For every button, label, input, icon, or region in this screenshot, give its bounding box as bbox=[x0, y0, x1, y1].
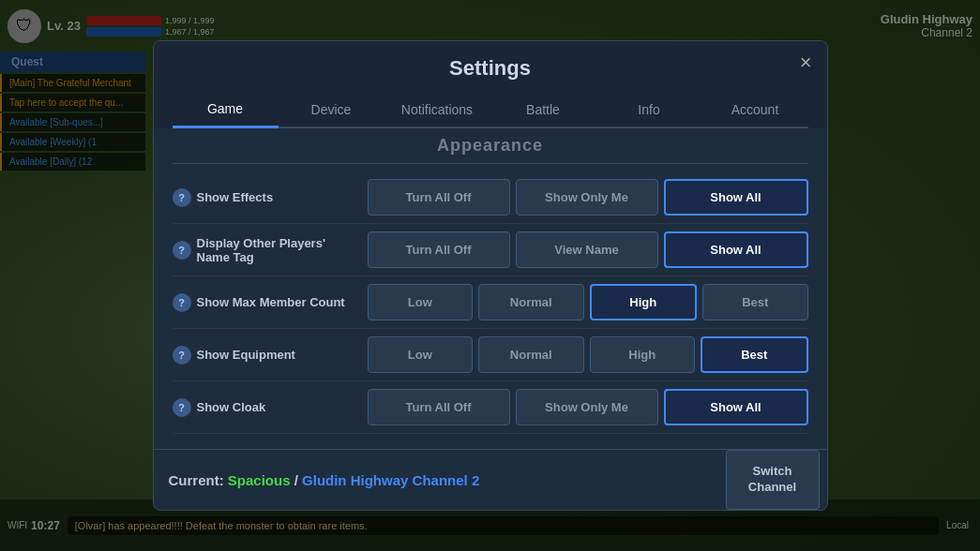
setting-label-nametag: Display Other Players' Name Tag bbox=[197, 236, 360, 264]
close-button[interactable]: × bbox=[800, 52, 812, 73]
nametag-show-all[interactable]: Show All bbox=[664, 231, 808, 268]
info-icon-cloak[interactable]: ? bbox=[173, 398, 191, 417]
effects-show-all[interactable]: Show All bbox=[664, 179, 808, 216]
equipment-best[interactable]: Best bbox=[701, 336, 808, 373]
current-spacious: Spacious bbox=[228, 472, 291, 488]
nametag-turn-all-off[interactable]: Turn All Off bbox=[368, 231, 510, 268]
setting-row-name-tag: ? Display Other Players' Name Tag Turn A… bbox=[173, 224, 808, 276]
member-normal[interactable]: Normal bbox=[478, 284, 584, 320]
tabs-row: Game Device Notifications Battle Info Ac… bbox=[173, 92, 808, 128]
setting-label-equipment: Show Equipment bbox=[197, 348, 295, 362]
member-high[interactable]: High bbox=[590, 284, 698, 320]
effects-turn-all-off[interactable]: Turn All Off bbox=[368, 179, 510, 216]
info-icon-effects[interactable]: ? bbox=[173, 188, 191, 207]
tab-game[interactable]: Game bbox=[173, 92, 279, 128]
setting-label-area-equipment: ? Show Equipment bbox=[173, 346, 360, 365]
setting-label-area-member: ? Show Max Member Count bbox=[173, 293, 360, 312]
modal-content: Appearance ? Show Effects Turn All Off S… bbox=[154, 128, 827, 449]
btn-group-cloak: Turn All Off Show Only Me Show All bbox=[368, 389, 808, 425]
member-best[interactable]: Best bbox=[702, 284, 808, 320]
current-highway: Gludin Highway Channel 2 bbox=[302, 472, 479, 488]
tab-account[interactable]: Account bbox=[702, 92, 808, 127]
setting-label-effects: Show Effects bbox=[197, 190, 274, 204]
bottom-row: Current: Spacious / Gludin Highway Chann… bbox=[154, 449, 827, 510]
btn-group-member: Low Normal High Best bbox=[368, 284, 808, 320]
btn-group-equipment: Low Normal High Best bbox=[368, 336, 808, 373]
nametag-view-name[interactable]: View Name bbox=[516, 231, 658, 268]
setting-label-member: Show Max Member Count bbox=[197, 295, 345, 309]
cloak-show-only-me[interactable]: Show Only Me bbox=[516, 389, 658, 425]
setting-label-area-nametag: ? Display Other Players' Name Tag bbox=[173, 236, 360, 264]
setting-row-show-effects: ? Show Effects Turn All Off Show Only Me… bbox=[173, 171, 808, 224]
section-title-row: Appearance bbox=[173, 128, 808, 164]
effects-show-only-me[interactable]: Show Only Me bbox=[516, 179, 658, 216]
cloak-turn-all-off[interactable]: Turn All Off bbox=[368, 389, 510, 425]
info-icon-equipment[interactable]: ? bbox=[173, 346, 191, 365]
setting-label-area-cloak: ? Show Cloak bbox=[173, 398, 360, 417]
current-location: Current: Spacious / Gludin Highway Chann… bbox=[154, 461, 726, 499]
info-icon-member[interactable]: ? bbox=[173, 293, 191, 312]
equipment-high[interactable]: High bbox=[590, 336, 696, 373]
switch-channel-button[interactable]: SwitchChannel bbox=[726, 450, 820, 510]
current-separator: / bbox=[291, 472, 303, 488]
tab-device[interactable]: Device bbox=[279, 92, 384, 127]
modal-backdrop: Settings × Game Device Notifications Bat… bbox=[0, 0, 980, 551]
btn-group-nametag: Turn All Off View Name Show All bbox=[368, 231, 808, 268]
modal-header: Settings × Game Device Notifications Bat… bbox=[154, 41, 827, 128]
modal-title: Settings bbox=[449, 56, 531, 81]
setting-label-cloak: Show Cloak bbox=[197, 400, 266, 414]
tab-info[interactable]: Info bbox=[596, 92, 702, 127]
settings-modal: Settings × Game Device Notifications Bat… bbox=[153, 40, 828, 511]
btn-group-effects: Turn All Off Show Only Me Show All bbox=[368, 179, 808, 216]
setting-row-equipment: ? Show Equipment Low Normal High Best bbox=[173, 329, 808, 381]
cloak-show-all[interactable]: Show All bbox=[664, 389, 808, 425]
setting-row-member-count: ? Show Max Member Count Low Normal High … bbox=[173, 276, 808, 329]
equipment-low[interactable]: Low bbox=[368, 336, 474, 373]
section-title: Appearance bbox=[437, 136, 543, 156]
tab-battle[interactable]: Battle bbox=[490, 92, 596, 127]
setting-label-area-effects: ? Show Effects bbox=[173, 188, 360, 207]
setting-row-cloak: ? Show Cloak Turn All Off Show Only Me S… bbox=[173, 381, 808, 434]
info-icon-nametag[interactable]: ? bbox=[173, 241, 191, 260]
equipment-normal[interactable]: Normal bbox=[478, 336, 584, 373]
current-label: Current: bbox=[169, 472, 228, 488]
tab-notifications[interactable]: Notifications bbox=[384, 92, 490, 127]
member-low[interactable]: Low bbox=[368, 284, 474, 320]
